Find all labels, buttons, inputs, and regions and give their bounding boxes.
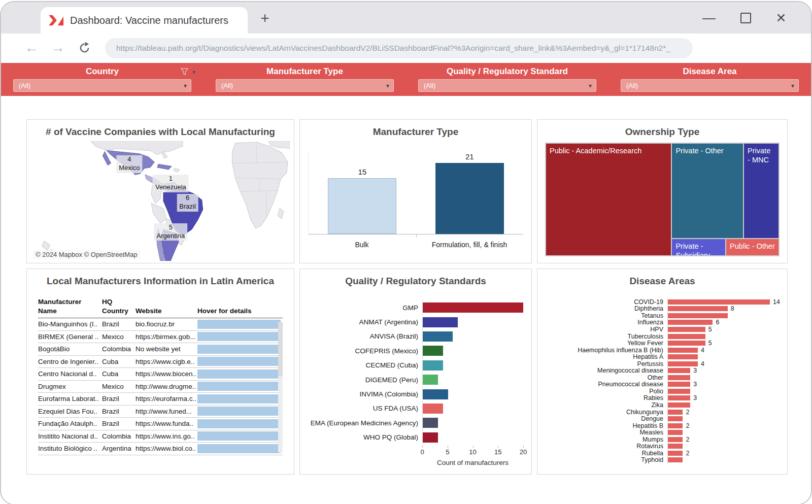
latin-america-map[interactable]: 4Mexico1Venezuela6Brazil5Argentina © 202… [31, 141, 290, 261]
bar-cofepris-mexico-[interactable] [423, 346, 443, 356]
map-country-label[interactable]: 4Mexico [116, 155, 142, 173]
hover-details-bar[interactable] [197, 332, 281, 341]
treemap-node-private-mnc[interactable]: Private - MNC [743, 143, 779, 239]
filter-quality-standard-dropdown[interactable]: (All) ▾ [418, 79, 596, 92]
bar-tuberculosis[interactable] [668, 334, 705, 339]
table-cell-hq: Brazil [102, 393, 136, 406]
bar-polio[interactable] [668, 389, 690, 394]
bar-anvisa-brazil-[interactable] [423, 331, 453, 342]
bar-digemed-peru-[interactable] [423, 375, 438, 385]
country-peru[interactable] [151, 203, 166, 223]
filter-disease-area-dropdown[interactable]: (All) ▾ [621, 79, 799, 92]
hover-details-bar[interactable] [197, 407, 281, 416]
hover-details-bar[interactable] [197, 444, 281, 453]
bar-yellow-fever[interactable] [668, 341, 705, 346]
hover-details-bar[interactable] [197, 320, 281, 329]
browser-tab[interactable]: Dashboard: Vaccine manufacturers [41, 7, 248, 33]
back-button[interactable]: ← [21, 38, 42, 58]
bar-measles[interactable] [668, 430, 683, 435]
bar-diphtheria[interactable] [668, 306, 728, 311]
bar-value-label: 21 [465, 152, 474, 161]
bar-gmp[interactable] [423, 303, 523, 313]
forward-button[interactable]: → [48, 38, 68, 58]
filter-country-dropdown[interactable]: (All) ▾ [13, 79, 191, 92]
table-row[interactable]: BogotáBioColombiaNo website yet [38, 343, 283, 356]
bar-dengue[interactable] [668, 416, 683, 421]
chart-row: GMP [307, 300, 523, 315]
table-row[interactable]: BIRMEX (General ..Mexicohttps://birmex.g… [38, 330, 283, 343]
bar-covid-19[interactable] [668, 299, 770, 305]
bar-mumps[interactable] [668, 437, 683, 442]
bar-tetanus[interactable] [668, 313, 728, 318]
table-row[interactable]: Ezequiel Dias Fou..Brazilhttp://www.fune… [38, 405, 283, 418]
bar-rabies[interactable] [668, 395, 690, 400]
country-cuba[interactable] [157, 164, 172, 170]
table-cell-website: https://birmex.gob... [136, 330, 197, 343]
hover-details-bar[interactable] [197, 394, 281, 404]
address-bar[interactable]: https://tableau.path.org/t/Diagnostics/v… [105, 38, 693, 58]
bar-formulation-fill-finish[interactable] [435, 163, 504, 234]
hover-details-bar[interactable] [197, 419, 281, 428]
bar-meningococcal-disease[interactable] [668, 368, 690, 373]
table-row[interactable]: Eurofarma Laborat..Brazilhttps://eurofar… [38, 393, 283, 406]
table-scrollbar[interactable] [278, 322, 283, 453]
bar-typhoid[interactable] [668, 457, 683, 462]
close-button[interactable]: ✕ [773, 10, 789, 25]
table-row[interactable]: Centro Nacional d..Cubahttps://www.bioce… [38, 368, 283, 381]
treemap-node-public-academic-research[interactable]: Public - Academic/Research [546, 143, 671, 256]
bar-zika[interactable] [668, 402, 690, 408]
table-scrollbar-thumb[interactable] [278, 322, 283, 377]
axis-tick-label: 15 [494, 448, 501, 456]
bar-rubella[interactable] [668, 451, 683, 456]
table-row[interactable]: DrugmexMexicohttp://www.drugme.. [38, 380, 283, 393]
table-row[interactable]: Institito Nacional d..Colombiahttps://ww… [38, 430, 283, 443]
maximize-button[interactable] [738, 10, 753, 25]
bar-us-fda-usa-[interactable] [423, 404, 443, 414]
table-row[interactable]: Instituto Biológico ..Argentinahttps://w… [38, 443, 283, 455]
bar-who-pq-global-[interactable] [423, 432, 438, 443]
bar-haemophilus-influenza-b-hib-[interactable] [668, 348, 698, 353]
filter-manufacturer-type-dropdown[interactable]: (All) ▾ [216, 79, 394, 92]
bar-ema-european-medicines-agency-[interactable] [423, 418, 438, 428]
bar-hpv[interactable] [668, 327, 705, 332]
bar-influenza[interactable] [668, 320, 713, 325]
filter-country: Country ▾ (All) ▾ [1, 63, 204, 96]
table-row[interactable]: Fundação Ataulph..Brazilhttps://www.fund… [38, 418, 283, 430]
minimize-button[interactable]: — [701, 10, 717, 25]
hover-details-bar[interactable] [197, 382, 281, 391]
funnel-icon[interactable] [181, 68, 188, 76]
chart-row: COFEPRIS (Mexico) [307, 344, 523, 358]
table-row[interactable]: Bio-Manguinhos (I..Brazilbio.fiocruz.br [38, 318, 283, 331]
bar-bulk[interactable] [328, 178, 396, 234]
treemap-node-private-subsidiary[interactable]: Private - Subsidiary [671, 239, 726, 256]
bar-invima-colombia-[interactable] [423, 389, 448, 399]
bar-hepatitis-a[interactable] [668, 354, 698, 359]
table-cell-hover [197, 318, 283, 331]
bar-pertussis[interactable] [668, 361, 698, 366]
bar-chikungunya[interactable] [668, 410, 683, 415]
bar-anmat-argentina-[interactable] [423, 317, 458, 327]
hover-details-bar[interactable] [197, 431, 281, 441]
bar-other[interactable] [668, 375, 690, 380]
treemap-node-public-other[interactable]: Public - Other [726, 239, 779, 256]
map-country-label[interactable]: 1Venezuela [153, 175, 189, 192]
filter-menu-caret-icon[interactable]: ▾ [192, 69, 195, 76]
bar-cecmed-cuba-[interactable] [423, 360, 443, 371]
reload-icon [79, 42, 90, 54]
map-attribution: © 2024 Mapbox © OpenStreetMap [33, 250, 140, 259]
filter-quality-standard: Quality / Regulatory Standard (All) ▾ [406, 63, 608, 96]
treemap-node-private-other[interactable]: Private - Other [671, 143, 743, 239]
bar-hepatitis-b[interactable] [668, 423, 683, 428]
axis-tick [523, 446, 524, 448]
hover-details-bar[interactable] [197, 357, 281, 366]
map-country-label[interactable]: 5Argentina [154, 223, 188, 241]
category-label: CECMED (Cuba) [307, 361, 422, 369]
table-row[interactable]: Centro de Ingenier..Cubahttps://www.cigb… [38, 355, 283, 368]
new-tab-button[interactable]: + [256, 9, 274, 27]
bar-pneumococcal-disease[interactable] [668, 382, 690, 387]
hover-details-bar[interactable] [197, 369, 281, 379]
reload-button[interactable] [74, 38, 94, 58]
hover-details-bar[interactable] [197, 345, 281, 354]
map-country-label[interactable]: 6Brazil [177, 194, 198, 212]
bar-rotavirus[interactable] [668, 444, 683, 449]
